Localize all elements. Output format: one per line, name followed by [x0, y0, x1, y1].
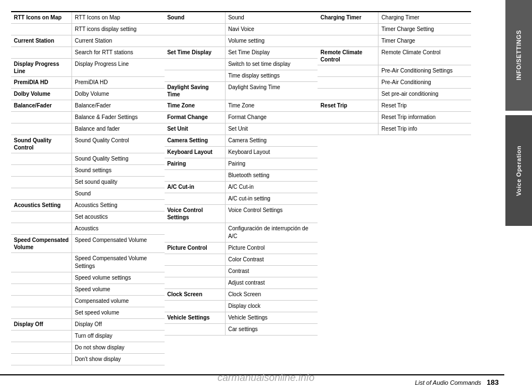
cell-value: Contrast: [226, 266, 318, 277]
cell-value: Don't show display: [72, 354, 165, 365]
empty-cell: [11, 112, 72, 123]
columns-container: RTT Icons on MapRTT Icons on MapRTT icon…: [11, 11, 471, 370]
cell-value: Clock Screen: [226, 289, 318, 300]
page-container: RTT Icons on MapRTT Icons on MapRTT icon…: [0, 0, 532, 392]
table-row: Speed volume: [11, 284, 165, 296]
table-row: Clock ScreenClock Screen: [165, 289, 318, 301]
cell-value: Reset Trip info: [378, 123, 471, 135]
empty-cell: [11, 123, 72, 135]
section-header: Charging Timer: [318, 12, 378, 23]
table-section: Camera SettingCamera Setting: [165, 135, 318, 147]
table-section: Format ChangeFormat Change: [165, 112, 318, 123]
cell-value: Charging Timer: [378, 12, 471, 23]
cell-value: Speed Compensated Volume Settings: [72, 253, 165, 272]
table-row: Set sound quality: [11, 177, 165, 188]
cell-value: Remote Climate Control: [378, 47, 471, 65]
cell-value: Reset Trip information: [378, 112, 471, 123]
empty-cell: [11, 272, 72, 283]
cell-value: Acoustics Setting: [72, 200, 165, 211]
table-row: Adjust contrast: [165, 277, 318, 288]
table-section: Reset TripReset TripReset Trip informati…: [318, 100, 471, 135]
cell-value: Navi Voice: [226, 24, 318, 35]
cell-value: Set Unit: [226, 123, 318, 135]
cell-value: Turn off display: [72, 331, 165, 342]
table-row: Dolby VolumeDolby Volume: [11, 89, 165, 100]
column-col1: RTT Icons on MapRTT Icons on MapRTT icon…: [11, 11, 165, 370]
cell-value: Sound: [226, 12, 318, 23]
table-section: SoundSoundNavi VoiceVolume setting: [165, 12, 318, 47]
empty-cell: [11, 165, 72, 176]
table-row: Switch to set time display: [165, 59, 318, 70]
section-header: Acoustics Setting: [11, 200, 72, 211]
empty-cell: [11, 188, 72, 199]
cell-value: Balance and fader: [72, 123, 165, 135]
table-row: Reset Trip info: [318, 123, 471, 135]
table-section: Speed Compensated VolumeSpeed Compensate…: [11, 235, 165, 319]
section-header: Balance/Fader: [11, 100, 72, 111]
table-row: PremiDIA HDPremiDIA HD: [11, 77, 165, 88]
section-header: A/C Cut-in: [165, 182, 226, 193]
cell-value: Display clock: [226, 301, 318, 312]
section-header: Sound Quality Control: [11, 135, 72, 153]
empty-cell: [165, 277, 226, 288]
table-row: Keyboard LayoutKeyboard Layout: [165, 147, 318, 158]
cell-value: Bluetooth setting: [226, 170, 318, 181]
table-row: Acoustics: [11, 223, 165, 234]
section-header: Pairing: [165, 158, 226, 169]
table-row: Vehicle SettingsVehicle Settings: [165, 312, 318, 324]
section-header: Dolby Volume: [11, 89, 72, 100]
cell-value: Speed volume settings: [72, 272, 165, 283]
main-content: RTT Icons on MapRTT Icons on MapRTT icon…: [0, 0, 532, 392]
table-row: Timer Charge Setting: [318, 24, 471, 35]
table-section: Charging TimerCharging TimerTimer Charge…: [318, 12, 471, 47]
table-section: Set Time DisplaySet Time DisplaySwitch t…: [165, 47, 318, 82]
cell-value: Timer Charge: [378, 35, 471, 47]
table-section: Set UnitSet Unit: [165, 123, 318, 135]
empty-cell: [318, 24, 378, 35]
table-row: Contrast: [165, 266, 318, 277]
table-row: Time display settings: [165, 70, 318, 81]
table-section: Clock ScreenClock ScreenDisplay clock: [165, 289, 318, 312]
cell-value: Time Zone: [226, 100, 318, 111]
empty-cell: [11, 47, 72, 58]
table-row: RTT Icons on MapRTT Icons on Map: [11, 12, 165, 24]
section-header: Time Zone: [165, 100, 226, 111]
table-section: Sound Quality ControlSound Quality Contr…: [11, 135, 165, 200]
cell-value: Pairing: [226, 158, 318, 169]
table-row: Car settings: [165, 324, 318, 335]
section-header: Display Off: [11, 319, 72, 330]
table-section: A/C Cut-inA/C Cut-inA/C cut-in setting: [165, 182, 318, 205]
table-section: Display Progress LineDisplay Progress Li…: [11, 59, 165, 77]
empty-cell: [165, 266, 226, 277]
cell-value: Volume setting: [226, 35, 318, 47]
table-section: RTT Icons on MapRTT Icons on MapRTT icon…: [11, 12, 165, 35]
cell-value: Set sound quality: [72, 177, 165, 188]
section-header: Clock Screen: [165, 289, 226, 300]
cell-value: Pre-Air Conditioning Settings: [378, 65, 471, 76]
empty-cell: [11, 284, 72, 295]
empty-cell: [11, 307, 72, 318]
empty-cell: [11, 253, 72, 272]
side-tab-info-settings[interactable]: INFO/SETTINGS: [505, 0, 532, 111]
empty-cell: [11, 223, 72, 234]
empty-cell: [318, 65, 378, 76]
section-header: Sound: [165, 12, 226, 23]
cell-value: Keyboard Layout: [226, 147, 318, 158]
table-section: Vehicle SettingsVehicle SettingsCar sett…: [165, 312, 318, 336]
table-row: Balance/FaderBalance/Fader: [11, 100, 165, 112]
cell-value: RTT icons display setting: [72, 24, 165, 35]
table-row: Display OffDisplay Off: [11, 319, 165, 331]
table-row: Sound: [11, 188, 165, 199]
cell-value: Pre-Air Conditioning: [378, 77, 471, 88]
table-row: Reset TripReset Trip: [318, 100, 471, 112]
cell-value: Do not show display: [72, 342, 165, 353]
empty-cell: [11, 177, 72, 188]
table-section: Keyboard LayoutKeyboard Layout: [165, 147, 318, 158]
cell-value: Acoustics: [72, 223, 165, 234]
table-row: Turn off display: [11, 331, 165, 342]
table-row: Display clock: [165, 301, 318, 312]
empty-cell: [165, 24, 226, 35]
side-tab-voice-operation[interactable]: Voice Operation: [505, 115, 532, 226]
section-header: Camera Setting: [165, 135, 226, 146]
cell-value: Display Off: [72, 319, 165, 330]
